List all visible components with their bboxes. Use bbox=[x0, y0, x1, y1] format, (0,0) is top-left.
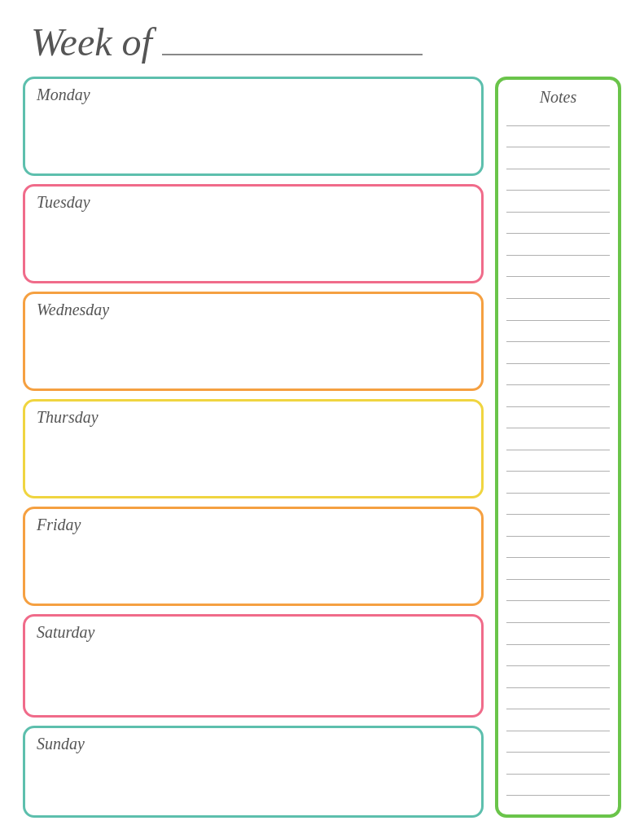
wednesday-label: Wednesday bbox=[37, 301, 109, 318]
sunday-box[interactable]: Sunday bbox=[23, 726, 484, 818]
tuesday-box[interactable]: Tuesday bbox=[23, 184, 484, 283]
week-of-underline[interactable] bbox=[162, 54, 423, 55]
note-line bbox=[506, 341, 610, 342]
note-line bbox=[506, 579, 610, 580]
thursday-label: Thursday bbox=[37, 408, 99, 426]
note-line bbox=[506, 687, 610, 688]
tuesday-label: Tuesday bbox=[37, 193, 90, 211]
note-line bbox=[506, 514, 610, 515]
weekly-planner-page: Week of Monday Tuesday Wednesday Thursda… bbox=[0, 0, 644, 834]
notes-column[interactable]: Notes bbox=[495, 77, 621, 818]
thursday-box[interactable]: Thursday bbox=[23, 399, 484, 498]
note-line bbox=[506, 276, 610, 277]
note-line bbox=[506, 255, 610, 256]
note-line bbox=[506, 557, 610, 558]
saturday-box[interactable]: Saturday bbox=[23, 614, 484, 718]
note-line bbox=[506, 471, 610, 472]
note-line bbox=[506, 320, 610, 321]
note-line bbox=[506, 169, 610, 169]
note-line bbox=[506, 665, 610, 666]
note-line bbox=[506, 600, 610, 601]
note-line bbox=[506, 363, 610, 364]
note-line bbox=[506, 190, 610, 191]
note-line bbox=[506, 233, 610, 234]
monday-box[interactable]: Monday bbox=[23, 77, 484, 176]
wednesday-box[interactable]: Wednesday bbox=[23, 292, 484, 391]
note-line bbox=[506, 752, 610, 753]
note-line bbox=[506, 298, 610, 299]
note-line bbox=[506, 622, 610, 623]
note-line bbox=[506, 147, 610, 147]
note-line bbox=[506, 644, 610, 645]
note-line bbox=[506, 212, 610, 213]
monday-label: Monday bbox=[37, 86, 90, 103]
note-line bbox=[506, 125, 610, 126]
days-column: Monday Tuesday Wednesday Thursday Friday… bbox=[23, 77, 484, 818]
sunday-label: Sunday bbox=[37, 735, 85, 753]
note-line bbox=[506, 536, 610, 537]
saturday-label: Saturday bbox=[37, 623, 94, 641]
note-line bbox=[506, 709, 610, 709]
notes-lines bbox=[506, 115, 610, 806]
notes-title: Notes bbox=[506, 88, 610, 107]
note-line bbox=[506, 774, 610, 775]
friday-box[interactable]: Friday bbox=[23, 507, 484, 606]
week-of-title: Week of bbox=[31, 23, 152, 62]
note-line bbox=[506, 384, 610, 385]
note-line bbox=[506, 406, 610, 407]
note-line bbox=[506, 450, 610, 450]
friday-label: Friday bbox=[37, 516, 81, 533]
note-line bbox=[506, 493, 610, 494]
note-line bbox=[506, 428, 610, 428]
main-content: Monday Tuesday Wednesday Thursday Friday… bbox=[23, 77, 621, 818]
note-line bbox=[506, 795, 610, 796]
note-line bbox=[506, 731, 610, 731]
header: Week of bbox=[23, 23, 621, 62]
